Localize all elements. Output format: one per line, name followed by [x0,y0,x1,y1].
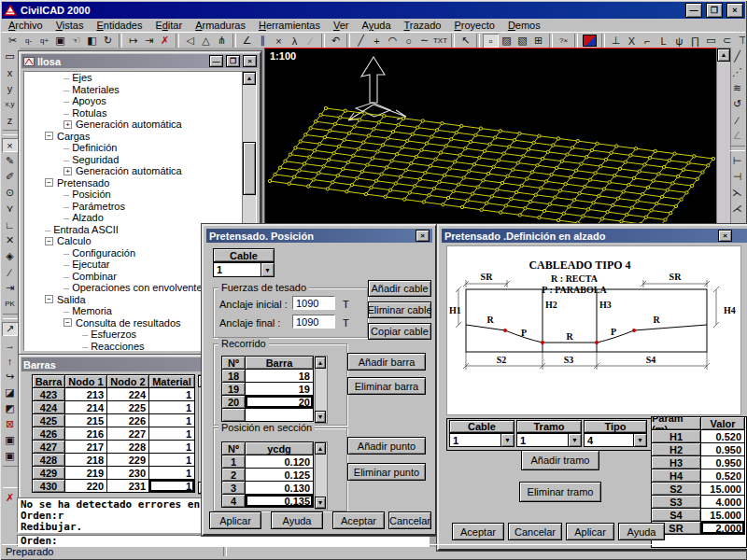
angle-icon[interactable]: ∠ [239,34,255,48]
row-header[interactable]: S2 [652,483,700,495]
extend-icon[interactable]: ⊢ [729,154,745,168]
regen-icon[interactable]: ✂ [5,34,21,48]
row-header[interactable]: 426 [33,427,64,440]
segment-icon[interactable]: ∕ [303,34,318,48]
tree-item-apoyos[interactable]: –Apoyos [24,95,256,107]
point-icon[interactable]: + [369,34,385,48]
data-cell[interactable]: 19 [246,383,313,395]
rotate-icon[interactable]: ↺ [729,97,745,111]
row-header[interactable]: 2 [222,469,245,481]
arc-icon[interactable]: ◠ [385,34,401,48]
anadir-tramo-button[interactable]: Añadir tramo [521,450,599,470]
data-cell[interactable]: 214 [65,401,106,413]
anclaje-inicial-input[interactable] [292,296,335,310]
snap-quadrant-icon[interactable]: ◈ [2,249,18,263]
box-girder-icon[interactable]: ▭ [703,34,719,48]
row-header[interactable]: 1 [222,455,245,468]
eliminar-tramo-button[interactable]: Eliminar tramo [519,482,601,502]
seccion-scrollbar[interactable]: ▲ ▼ [315,441,328,510]
data-cell[interactable]: 213 [65,388,106,400]
image-icon[interactable] [583,35,597,47]
data-cell[interactable]: 4.000 [701,496,744,508]
mirror-vertical-icon[interactable]: △ [198,34,214,48]
snap-tangent-icon[interactable]: ∕ [2,265,18,279]
collapse-icon[interactable]: − [45,178,53,187]
scroll-up-icon[interactable]: ▲ [315,442,326,455]
data-cell[interactable]: 0.130 [246,482,313,494]
data-cell[interactable]: 15.000 [701,509,744,521]
select-arrow-icon[interactable]: ↖ [458,34,473,48]
cancelar-button[interactable]: Cancelar [508,523,562,540]
pile-cap-icon[interactable]: Χ [624,34,640,48]
close-icon[interactable]: × [243,55,257,67]
menu-item-armaduras[interactable]: Armaduras [189,20,252,31]
solid-view-icon[interactable]: ▨ [499,34,514,48]
ortho-icon[interactable]: ▭ [2,49,18,63]
frame-bridge-icon[interactable]: ∏ [687,34,703,48]
row-header[interactable]: S4 [652,509,700,521]
line2-icon[interactable]: ╱ [729,49,745,63]
row-header[interactable]: H4 [652,469,700,482]
undo-icon[interactable]: ↶ [328,34,344,48]
data-cell[interactable]: 228 [107,441,148,453]
context-help-icon[interactable]: ?× [556,34,571,48]
dialog-titlebar[interactable]: Pretensado. Posición × [206,229,432,243]
tree-item-definicion[interactable]: –Definición [24,142,256,154]
beam-icon[interactable]: ⊤ [735,34,745,48]
menu-item-vistas[interactable]: Vistas [49,20,91,31]
menu-item-herramientas[interactable]: Herramientas [252,20,327,31]
menu-item-editar[interactable]: Editar [148,20,189,31]
snap-extension-icon[interactable]: ⇥ [2,281,18,295]
row-header[interactable]: 18 [222,370,245,382]
trim-icon[interactable]: ⊣ [729,170,745,184]
collapse-icon[interactable]: − [63,318,72,327]
tree-item-parametros[interactable]: –Parámetros [24,201,256,213]
row-header[interactable]: 428 [33,454,64,466]
tree-item-seguridad[interactable]: –Seguridad [24,154,256,166]
corner-icon[interactable]: ∠ [729,129,745,143]
scroll-down-icon[interactable]: ▼ [315,411,326,423]
close-icon[interactable]: × [718,230,732,242]
data-cell[interactable]: 0.135 [246,495,313,507]
culvert-icon[interactable]: ⊂ [719,34,735,48]
data-cell[interactable]: 1 [149,388,194,400]
eliminar-cable-button[interactable]: Eliminar cable [368,301,431,318]
tree-item-alzado[interactable]: –Alzado [24,212,256,224]
coord-xy-button[interactable]: x,y [2,97,18,111]
tipo-combo[interactable]: 4 ▼ [584,433,647,447]
chevron-down-icon[interactable]: ▼ [500,434,514,446]
wire-view-icon[interactable]: ▧ [514,34,530,48]
data-cell[interactable]: 1 [149,454,194,466]
pier-icon[interactable]: ⊥ [608,34,624,48]
menu-item-archivo[interactable]: Archivo [2,20,49,31]
data-cell[interactable]: 18 [246,370,313,382]
tree-item-materiales[interactable]: –Materiales [24,84,256,96]
ayuda-button[interactable]: Ayuda [271,511,323,529]
cancelar-button[interactable]: Cancelar [388,511,431,529]
expand-icon[interactable]: + [63,167,72,175]
minimize-icon[interactable]: — [685,3,702,18]
row-header[interactable]: 4 [222,495,245,507]
ungroup-icon[interactable]: ▣ [2,449,18,463]
zoom-window-icon[interactable]: ▣ [52,34,68,48]
coord-y-button[interactable]: y [2,81,18,95]
minimize-icon[interactable]: — [209,55,223,67]
dim-delete-icon[interactable]: ✗ [157,34,173,48]
intersection-icon[interactable]: × [271,34,287,48]
parallels-icon[interactable]: ∥ [255,34,271,48]
menu-item-proyecto[interactable]: Proyecto [447,20,500,31]
cable-combo[interactable]: 1 ▼ [213,262,275,277]
polyline-icon[interactable]: ∕ [729,113,745,127]
copiar-cable-button[interactable]: Copiar cable [368,323,431,340]
aceptar-button[interactable]: Aceptar [452,523,504,540]
data-cell[interactable]: 1 [149,414,194,427]
oblique-icon[interactable]: λ [287,34,303,48]
direction-ne-icon[interactable]: ↗ [2,322,18,336]
eliminar-barra-button[interactable]: Eliminar barra [347,377,426,395]
line-icon[interactable]: ╱ [353,34,369,48]
row-header[interactable]: H2 [652,443,700,455]
anadir-barra-button[interactable]: Añadir barra [347,353,426,371]
data-cell[interactable]: 0.950 [701,456,744,469]
menu-item-ayuda[interactable]: Ayuda [356,20,398,31]
spline-icon[interactable]: ∼ [416,34,432,48]
